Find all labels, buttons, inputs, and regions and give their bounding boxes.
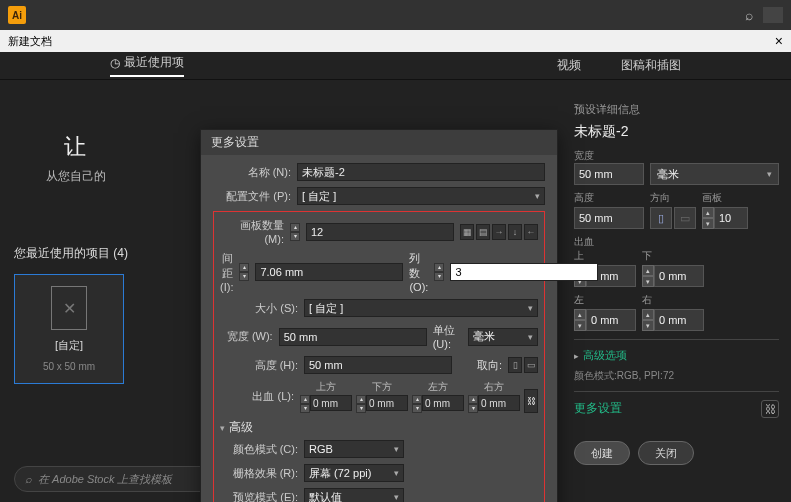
document-icon: ✕ xyxy=(51,286,87,330)
preset-details-panel: 预设详细信息 未标题-2 宽度 50 mm 毫米▾ 高度50 mm 方向▯▭ 画… xyxy=(574,102,779,465)
chevron-down-icon: ▾ xyxy=(220,423,225,433)
step-down-icon[interactable]: ▾ xyxy=(702,218,714,229)
preset-details-header: 预设详细信息 xyxy=(574,102,779,117)
more-settings-dialog: 更多设置 名称 (N): 配置文件 (P):[ 自定 ]▾ 画板数量 (M): … xyxy=(200,129,558,502)
left-column: 让 从您自己的 您最近使用的项目 (4) ✕ [自定] 50 x 50 mm xyxy=(14,102,194,384)
bleed-left-input[interactable]: 0 mm xyxy=(586,309,636,331)
chevron-right-icon: ▸ xyxy=(574,351,579,361)
width-input[interactable] xyxy=(279,328,427,346)
more-settings-link[interactable]: 更多设置 xyxy=(574,400,779,417)
orientation-portrait-icon[interactable]: ▯ xyxy=(508,357,522,373)
bleed-right[interactable]: 0 mm xyxy=(478,395,520,411)
bleed-left[interactable]: 0 mm xyxy=(422,395,464,411)
advanced-toggle[interactable]: ▸高级选项 xyxy=(574,348,779,363)
tab-drawing[interactable]: 图稿和插图 xyxy=(621,57,681,74)
search-icon[interactable]: ⌕ xyxy=(745,7,753,23)
arrow-rtl-icon[interactable]: ← xyxy=(524,224,538,240)
orientation-landscape[interactable]: ▭ xyxy=(674,207,696,229)
color-mode-meta: 颜色模式:RGB, PPI:72 xyxy=(574,369,779,383)
artboards-input[interactable]: 10 xyxy=(714,207,748,229)
orientation-landscape-icon[interactable]: ▭ xyxy=(524,357,538,373)
clock-icon: ◷ xyxy=(110,56,120,70)
columns-input[interactable] xyxy=(450,263,598,281)
bleed-right-input[interactable]: 0 mm xyxy=(654,309,704,331)
width-label: 宽度 xyxy=(574,149,779,163)
advanced-header[interactable]: ▾高级 xyxy=(220,419,538,436)
chevron-down-icon: ▾ xyxy=(767,169,772,179)
artboard-count-input[interactable] xyxy=(306,223,454,241)
profile-select[interactable]: [ 自定 ]▾ xyxy=(297,187,545,205)
arrow-right-icon[interactable]: → xyxy=(492,224,506,240)
chevron-down-icon: ▾ xyxy=(528,332,533,342)
spacing-input[interactable] xyxy=(255,263,403,281)
recent-thumb-custom[interactable]: ✕ [自定] 50 x 50 mm xyxy=(14,274,124,384)
name-input[interactable] xyxy=(297,163,545,181)
close-button[interactable]: 关闭 xyxy=(638,441,694,465)
create-button[interactable]: 创建 xyxy=(574,441,630,465)
grid-z-icon[interactable]: ▦ xyxy=(460,224,474,240)
bleed-bottom[interactable]: 0 mm xyxy=(366,395,408,411)
chevron-down-icon: ▾ xyxy=(535,191,540,201)
hero-title: 让 xyxy=(64,132,194,162)
thumb-size: 50 x 50 mm xyxy=(43,361,95,372)
close-icon[interactable]: × xyxy=(775,33,783,49)
height-input[interactable] xyxy=(304,356,452,374)
dialog-title: 更多设置 xyxy=(201,130,557,155)
new-document-main: ◷最近使用项 视频 图稿和插图 让 从您自己的 您最近使用的项目 (4) ✕ [… xyxy=(0,52,791,502)
link-bleed-icon[interactable]: ⛓ xyxy=(524,389,538,413)
search-icon: ⌕ xyxy=(25,473,32,485)
arrow-down-icon[interactable]: ↓ xyxy=(508,224,522,240)
preset-name: 未标题-2 xyxy=(574,123,779,141)
unit-select[interactable]: 毫米▾ xyxy=(468,328,538,346)
link-bleed-icon[interactable]: ⛓ xyxy=(761,400,779,418)
raster-select[interactable]: 屏幕 (72 ppi)▾ xyxy=(304,464,404,482)
bleed-label: 出血 xyxy=(574,235,779,249)
grid-n-icon[interactable]: ▤ xyxy=(476,224,490,240)
chevron-down-icon: ▾ xyxy=(394,468,399,478)
width-input[interactable]: 50 mm xyxy=(574,163,644,185)
artboard-arrange-icons: ▦▤→↓← xyxy=(460,224,538,240)
tab-video[interactable]: 视频 xyxy=(557,57,581,74)
app-titlebar: Ai ⌕ xyxy=(0,0,791,30)
bleed-bottom-input[interactable]: 0 mm xyxy=(654,265,704,287)
height-input[interactable]: 50 mm xyxy=(574,207,644,229)
step-up-icon[interactable]: ▴ xyxy=(702,207,714,218)
unit-select[interactable]: 毫米▾ xyxy=(650,163,779,185)
bleed-top[interactable]: 0 mm xyxy=(310,395,352,411)
tab-recent[interactable]: ◷最近使用项 xyxy=(110,54,184,77)
recent-items-label: 您最近使用的项目 (4) xyxy=(14,245,194,262)
chevron-down-icon: ▾ xyxy=(394,444,399,454)
app-logo: Ai xyxy=(8,6,26,24)
size-select[interactable]: [ 自定 ]▾ xyxy=(304,299,538,317)
hero-sub: 从您自己的 xyxy=(46,168,194,185)
highlighted-section: 画板数量 (M): ▴▾ ▦▤→↓← 间距 (I): ▴▾ 列数 (O): ▴▾… xyxy=(213,211,545,502)
chevron-down-icon: ▾ xyxy=(528,303,533,313)
orientation-portrait[interactable]: ▯ xyxy=(650,207,672,229)
chevron-down-icon: ▾ xyxy=(394,492,399,502)
preview-select[interactable]: 默认值▾ xyxy=(304,488,404,502)
category-tabs: ◷最近使用项 视频 图稿和插图 xyxy=(0,52,791,80)
colormode-select[interactable]: RGB▾ xyxy=(304,440,404,458)
thumb-name: [自定] xyxy=(55,338,83,353)
dialog-window-title: 新建文档 xyxy=(8,34,52,49)
dialog-window-header: 新建文档 × xyxy=(0,30,791,52)
window-control[interactable] xyxy=(763,7,783,23)
